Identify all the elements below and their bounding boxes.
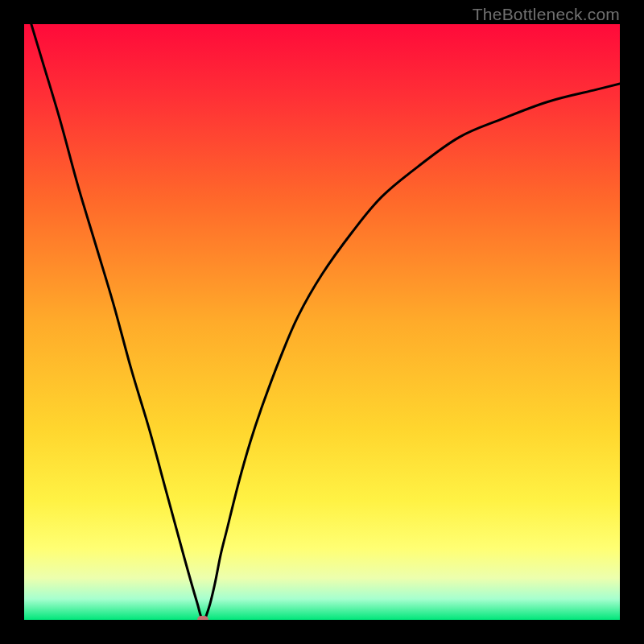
plot-area xyxy=(24,24,620,620)
chart-container: TheBottleneck.com xyxy=(0,0,644,644)
bottleneck-curve xyxy=(24,24,620,620)
optimum-marker xyxy=(197,616,208,620)
watermark-text: TheBottleneck.com xyxy=(473,5,620,24)
